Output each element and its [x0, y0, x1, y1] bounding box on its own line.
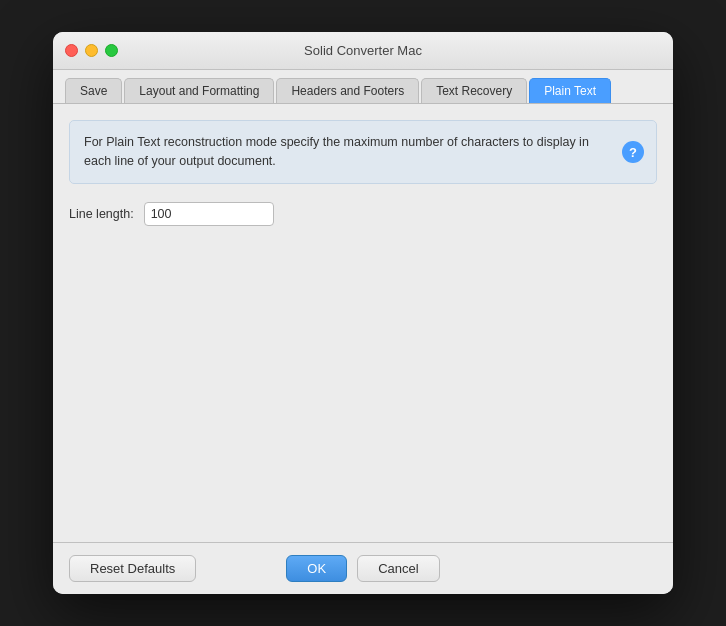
ok-button[interactable]: OK — [286, 555, 347, 582]
help-icon[interactable]: ? — [622, 141, 644, 163]
info-box: For Plain Text reconstruction mode speci… — [69, 120, 657, 184]
content-area: For Plain Text reconstruction mode speci… — [53, 103, 673, 542]
cancel-button[interactable]: Cancel — [357, 555, 439, 582]
tab-plain-text[interactable]: Plain Text — [529, 78, 611, 103]
main-window: Solid Converter Mac Save Layout and Form… — [53, 32, 673, 594]
minimize-button[interactable] — [85, 44, 98, 57]
window-title: Solid Converter Mac — [304, 43, 422, 58]
line-length-label: Line length: — [69, 207, 134, 221]
line-length-input[interactable] — [144, 202, 274, 226]
main-content-area — [69, 226, 657, 526]
form-row-line-length: Line length: — [69, 202, 657, 226]
maximize-button[interactable] — [105, 44, 118, 57]
title-bar: Solid Converter Mac — [53, 32, 673, 70]
traffic-lights — [65, 44, 118, 57]
tab-save[interactable]: Save — [65, 78, 122, 103]
close-button[interactable] — [65, 44, 78, 57]
footer-inner: Reset Defaults OK Cancel — [69, 555, 657, 582]
footer: Reset Defaults OK Cancel — [53, 542, 673, 594]
footer-action-buttons: OK Cancel — [286, 555, 439, 582]
tab-layout[interactable]: Layout and Formatting — [124, 78, 274, 103]
tab-headers[interactable]: Headers and Footers — [276, 78, 419, 103]
info-text: For Plain Text reconstruction mode speci… — [84, 133, 616, 171]
reset-defaults-button[interactable]: Reset Defaults — [69, 555, 196, 582]
tab-text-recovery[interactable]: Text Recovery — [421, 78, 527, 103]
tabs-bar: Save Layout and Formatting Headers and F… — [53, 70, 673, 103]
